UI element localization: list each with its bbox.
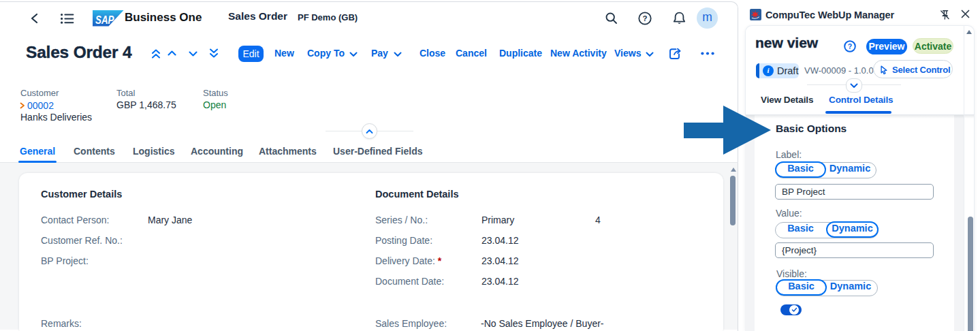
svg-text:SAP: SAP bbox=[95, 14, 114, 27]
svg-text:?: ? bbox=[642, 14, 647, 22]
svg-text:?: ? bbox=[848, 42, 852, 50]
